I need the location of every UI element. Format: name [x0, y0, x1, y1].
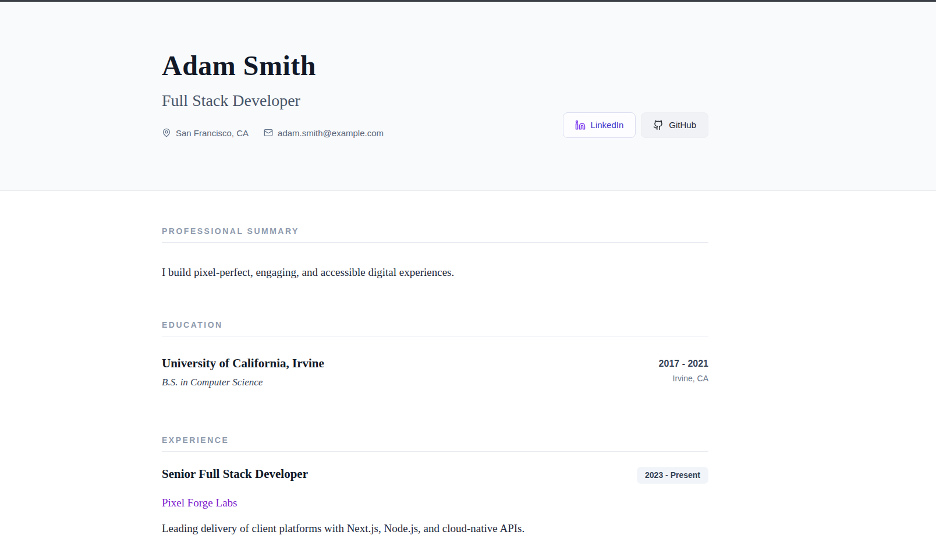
location-text: San Francisco, CA	[176, 128, 249, 138]
contact-row: San Francisco, CA adam.smith@example.com	[162, 128, 384, 138]
linkedin-button[interactable]: LinkedIn	[563, 112, 636, 138]
page-title: Adam Smith	[162, 49, 384, 81]
resume-header: Adam Smith Full Stack Developer San Fran…	[0, 2, 936, 191]
linkedin-icon	[575, 120, 586, 130]
location-item: San Francisco, CA	[162, 128, 249, 138]
section-experience: EXPERIENCE Senior Full Stack Developer 2…	[162, 436, 708, 537]
mail-icon	[264, 128, 273, 137]
education-dates: 2017 - 2021	[659, 357, 708, 370]
experience-entry: Senior Full Stack Developer 2023 - Prese…	[162, 467, 708, 484]
linkedin-button-label: LinkedIn	[591, 120, 624, 130]
experience-heading: EXPERIENCE	[162, 436, 708, 452]
resume-body: PROFESSIONAL SUMMARY I build pixel-perfe…	[0, 191, 936, 537]
summary-text: I build pixel-perfect, engaging, and acc…	[162, 265, 708, 281]
header-identity: Adam Smith Full Stack Developer San Fran…	[162, 49, 384, 138]
school-name: University of California, Irvine	[162, 356, 324, 371]
company-link[interactable]: Pixel Forge Labs	[162, 497, 237, 510]
email-text: adam.smith@example.com	[278, 128, 384, 138]
section-education: EDUCATION University of California, Irvi…	[162, 321, 708, 389]
summary-heading: PROFESSIONAL SUMMARY	[162, 227, 708, 243]
email-item: adam.smith@example.com	[264, 128, 384, 138]
degree: B.S. in Computer Science	[162, 377, 324, 388]
education-heading: EDUCATION	[162, 321, 708, 336]
github-button-label: GitHub	[669, 120, 696, 130]
education-entry: University of California, Irvine B.S. in…	[162, 356, 708, 389]
experience-description: Leading delivery of client platforms wit…	[162, 521, 708, 537]
github-icon	[653, 120, 664, 130]
education-location: Irvine, CA	[659, 374, 708, 384]
map-pin-icon	[162, 128, 171, 137]
github-button[interactable]: GitHub	[641, 112, 708, 138]
role-title: Senior Full Stack Developer	[162, 467, 308, 481]
experience-dates-badge: 2023 - Present	[637, 467, 708, 484]
section-professional-summary: PROFESSIONAL SUMMARY I build pixel-perfe…	[162, 227, 708, 281]
job-title: Full Stack Developer	[162, 91, 384, 111]
social-buttons: LinkedIn GitHub	[563, 112, 708, 138]
